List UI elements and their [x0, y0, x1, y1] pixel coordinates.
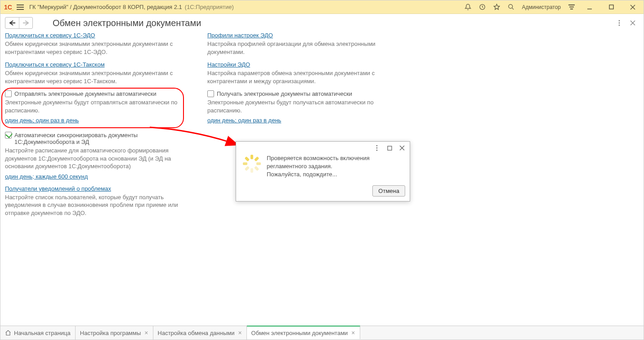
svg-rect-35 [245, 166, 250, 171]
dialog-line-2: регламентного задания. [267, 162, 370, 170]
dialog-line-3: Пожалуйста, подождите... [267, 170, 370, 179]
svg-rect-37 [245, 157, 250, 161]
svg-point-24 [376, 145, 378, 147]
dialog-maximize-icon[interactable] [385, 144, 394, 152]
hamburger-icon[interactable] [17, 4, 24, 10]
link-recipients[interactable]: Получатели уведомлений о проблемах [5, 185, 111, 192]
tab-exchange-settings-label: Настройка обмена данными [158, 330, 235, 336]
link-send-schedule[interactable]: один день; один раз в день [5, 117, 79, 124]
tab-bar: Начальная страница Настройка программы ×… [0, 326, 644, 340]
svg-line-8 [512, 8, 514, 9]
tab-close-icon[interactable]: × [238, 330, 242, 336]
page-close-icon[interactable] [629, 19, 636, 27]
app-logo: 1C _ [4, 3, 14, 11]
label-sync: Автоматически синхронизировать документы… [14, 132, 198, 145]
tab-home-label: Начальная страница [14, 330, 71, 336]
page-toolbar: Обмен электронными документами [0, 14, 644, 32]
kebab-icon[interactable] [616, 19, 623, 27]
tab-program-settings-label: Настройка программы [80, 330, 141, 336]
svg-rect-32 [256, 162, 261, 165]
link-profiles[interactable]: Профили настроек ЭДО [207, 32, 273, 39]
user-label[interactable]: Администратор [522, 4, 561, 10]
desc-send-auto: Электронные документы будут отправляться… [5, 98, 198, 114]
svg-rect-33 [254, 166, 259, 171]
svg-point-26 [376, 150, 378, 151]
dialog-close-icon[interactable] [398, 144, 406, 152]
tab-exchange-settings[interactable]: Настройка обмена данными × [153, 326, 247, 340]
tab-home[interactable]: Начальная страница [0, 326, 76, 340]
svg-point-20 [619, 25, 620, 26]
svg-marker-6 [494, 4, 500, 9]
svg-point-18 [619, 20, 620, 22]
svg-point-19 [619, 22, 620, 24]
back-button[interactable] [5, 18, 19, 28]
svg-rect-13 [609, 5, 613, 9]
minimize-button[interactable] [582, 1, 597, 13]
desc-recipients: Настройте список пользователей, которые … [5, 193, 198, 217]
link-connect-taxcom[interactable]: Подключиться к сервису 1С-Такском [5, 61, 105, 68]
bell-icon[interactable] [464, 4, 471, 11]
tab-edo-exchange-label: Обмен электронными документами [251, 330, 348, 336]
checkbox-send-auto[interactable] [5, 90, 12, 97]
tab-edo-exchange[interactable]: Обмен электронными документами × [247, 326, 360, 339]
spinner-icon [242, 154, 261, 173]
desc-settings: Настройка параметров обмена электронными… [207, 69, 401, 85]
checkbox-sync[interactable] [5, 132, 12, 139]
link-receive-schedule[interactable]: один день; один раз в день [207, 117, 281, 124]
close-button[interactable] [626, 1, 640, 13]
svg-rect-34 [250, 168, 253, 173]
desc-sync: Настройте расписание для автоматического… [5, 147, 198, 170]
maximize-button[interactable] [604, 1, 618, 13]
dialog-kebab-icon[interactable] [373, 144, 381, 152]
desc-connect-edo: Обмен юридически значимыми электронными … [5, 40, 198, 56]
home-icon [5, 330, 11, 336]
svg-point-25 [376, 148, 378, 149]
label-receive-auto: Получать электронные документы автоматич… [217, 90, 352, 97]
svg-rect-36 [243, 162, 247, 165]
desc-connect-taxcom: Обмен юридически значимыми электронными … [5, 69, 198, 85]
settings-lines-icon[interactable] [568, 4, 575, 11]
titlebar: 1C _ ГК "Меркурий" / Документооборот 8 К… [0, 0, 644, 14]
desc-receive-auto: Электронные документы будут получаться а… [207, 98, 401, 114]
link-sync-schedule[interactable]: один день; каждые 600 секунд [5, 173, 88, 180]
tab-close-icon[interactable]: × [144, 330, 148, 336]
page-title: Обмен электронными документами [53, 18, 201, 28]
svg-rect-30 [250, 155, 253, 159]
tab-close-icon[interactable]: × [351, 330, 355, 336]
checkbox-receive-auto[interactable] [207, 90, 214, 97]
window-title: ГК "Меркурий" / Документооборот 8 КОРП, … [29, 4, 182, 10]
history-icon[interactable] [479, 4, 486, 11]
tab-program-settings[interactable]: Настройка программы × [76, 326, 153, 340]
window-subtitle: (1С:Предприятие) [185, 4, 234, 10]
svg-rect-27 [388, 146, 392, 150]
forward-button[interactable] [19, 18, 32, 28]
link-connect-edo[interactable]: Подключиться к сервису 1С-ЭДО [5, 32, 95, 39]
search-icon[interactable] [507, 4, 514, 11]
dialog-line-1: Проверяется возможность включения [267, 154, 370, 162]
label-send-auto: Отправлять электронные документы автомат… [14, 90, 157, 97]
svg-text:_: _ [11, 5, 14, 10]
dialog-cancel-button[interactable]: Отмена [372, 185, 405, 197]
star-icon[interactable] [493, 4, 500, 11]
dialog-progress: Проверяется возможность включения реглам… [236, 141, 410, 201]
desc-profiles: Настройка профилей организации для обмен… [207, 40, 401, 56]
link-settings[interactable]: Настройки ЭДО [207, 61, 250, 68]
svg-rect-31 [254, 157, 259, 161]
svg-point-7 [509, 4, 513, 9]
